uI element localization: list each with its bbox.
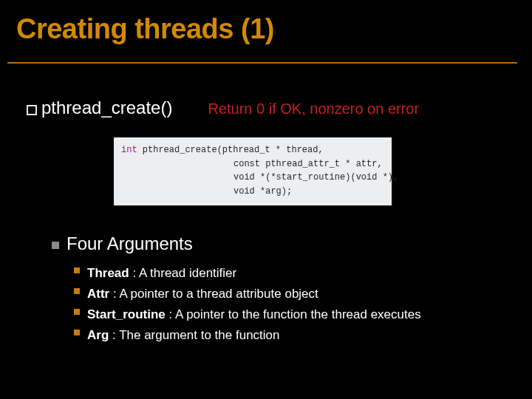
- list-item: Start_routine : A pointer to the functio…: [74, 304, 510, 325]
- code-line-4: void *arg);: [121, 185, 384, 199]
- slide: Creating threads (1) pthread_create() Re…: [0, 0, 532, 399]
- argument-desc: : A pointer to a thread attribute object: [109, 287, 318, 301]
- function-heading: pthread_create(): [27, 98, 172, 118]
- argument-text: Attr : A pointer to a thread attribute o…: [87, 284, 510, 304]
- list-item: Attr : A pointer to a thread attribute o…: [74, 284, 510, 304]
- argument-text: Arg : The argument to the function: [87, 325, 510, 346]
- function-name: pthread_create(): [41, 98, 172, 118]
- arguments-list: Thread : A thread identifier Attr : A po…: [52, 263, 510, 346]
- square-bullet-icon: [52, 242, 59, 249]
- square-bullet-icon: [74, 267, 80, 273]
- argument-desc: : A thread identifier: [129, 266, 237, 280]
- argument-name: Attr: [87, 287, 109, 301]
- list-item: Arg : The argument to the function: [74, 325, 510, 346]
- return-note: Return 0 if OK, nonzero on error: [208, 100, 419, 117]
- subtitle-row: pthread_create() Return 0 if OK, nonzero…: [27, 98, 502, 118]
- arguments-heading-row: Four Arguments: [52, 233, 510, 254]
- list-item: Thread : A thread identifier: [74, 263, 510, 284]
- argument-name: Start_routine: [87, 307, 166, 321]
- argument-desc: : A pointer to the function the thread e…: [166, 307, 421, 321]
- arguments-heading: Four Arguments: [66, 233, 193, 254]
- code-line-1: int pthread_create(pthread_t * thread,: [121, 145, 324, 155]
- code-line-3: void *(*start_routine)(void *),: [121, 171, 384, 185]
- argument-text: Thread : A thread identifier: [87, 263, 510, 284]
- argument-text: Start_routine : A pointer to the functio…: [87, 304, 510, 325]
- argument-name: Thread: [87, 266, 129, 280]
- square-bullet-icon: [74, 288, 80, 294]
- title-underline: [7, 62, 517, 64]
- code-signature-box: int pthread_create(pthread_t * thread, c…: [114, 137, 393, 207]
- argument-name: Arg: [87, 328, 109, 342]
- title-wrap: Creating threads (1): [0, 0, 532, 45]
- argument-desc: : The argument to the function: [109, 328, 279, 342]
- square-bullet-icon: [27, 105, 37, 115]
- square-bullet-icon: [74, 309, 80, 315]
- square-bullet-icon: [74, 330, 80, 335]
- slide-title: Creating threads (1): [16, 13, 532, 45]
- arguments-section: Four Arguments Thread : A thread identif…: [52, 233, 510, 346]
- code-line-2: const pthread_attr_t * attr,: [121, 157, 384, 171]
